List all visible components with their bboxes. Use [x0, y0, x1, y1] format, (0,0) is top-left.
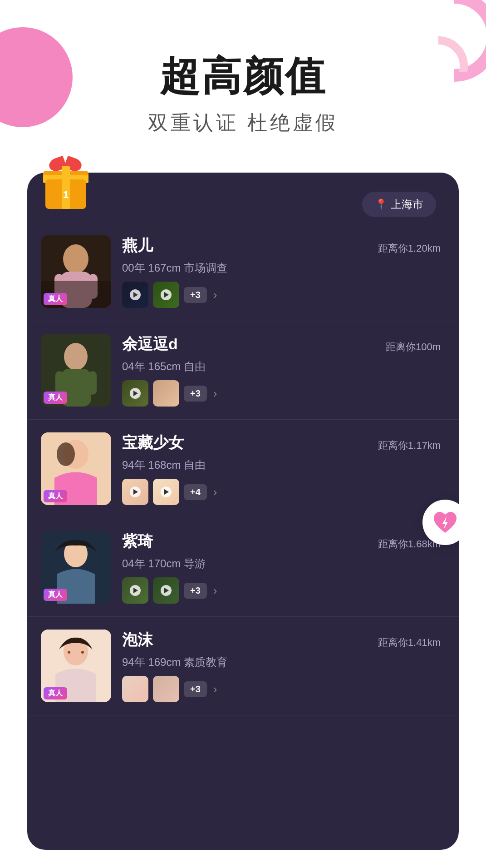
svg-point-13	[57, 442, 75, 466]
user-info: 燕儿 00年 167cm 市场调查 +3 ›	[122, 235, 367, 308]
avatar-wrap: 真人	[41, 334, 111, 407]
photo-thumb[interactable]	[122, 676, 148, 702]
gift-number: 1	[63, 189, 69, 201]
distance-text: 距离你1.41km	[378, 630, 441, 650]
user-info: 余逗逗d 04年 165cm 自由 +3 ›	[122, 334, 371, 407]
user-info: 泡沫 94年 169cm 素质教育 +3 ›	[122, 630, 367, 702]
arrow-right-icon: ›	[213, 288, 217, 302]
gift-icon[interactable]: 1	[41, 164, 91, 209]
user-photos: +3 ›	[122, 676, 367, 702]
svg-point-1	[63, 244, 88, 273]
user-info: 宝藏少女 94年 168cm 自由 +4 ›	[122, 432, 367, 505]
user-photos: +3 ›	[122, 282, 367, 308]
photo-thumb[interactable]	[153, 380, 179, 407]
arrow-right-icon: ›	[213, 387, 217, 401]
user-item[interactable]: 真人 燕儿 00年 167cm 市场调查 +3 › 距离你1.20km	[27, 223, 459, 321]
user-item[interactable]: 真人 泡沫 94年 169cm 素质教育 +3 › 距离你1.41km	[27, 617, 459, 715]
distance-text: 距离你1.17km	[378, 432, 441, 452]
user-meta: 00年 167cm 市场调查	[122, 261, 367, 275]
real-badge: 真人	[44, 293, 67, 305]
location-pin-icon: 📍	[375, 198, 387, 210]
user-meta: 94年 168cm 自由	[122, 458, 367, 472]
real-badge: 真人	[44, 490, 67, 502]
photo-thumb[interactable]	[153, 577, 179, 604]
svg-point-19	[81, 651, 84, 654]
real-badge: 真人	[44, 589, 67, 601]
arrow-right-icon: ›	[213, 485, 217, 499]
user-meta: 04年 165cm 自由	[122, 359, 371, 374]
user-name: 紫琦	[122, 531, 367, 552]
header-section: 超高颜值 双重认证 杜绝虚假	[0, 55, 486, 136]
location-badge[interactable]: 📍 上海市	[362, 192, 436, 217]
user-photos: +4 ›	[122, 479, 367, 505]
distance-text: 距离你100m	[382, 334, 441, 354]
svg-point-18	[68, 651, 70, 654]
user-info: 紫琦 04年 170cm 导游 +3 ›	[122, 531, 367, 604]
user-name: 燕儿	[122, 235, 367, 256]
more-count-badge[interactable]: +3	[184, 681, 207, 697]
user-photos: +3 ›	[122, 577, 367, 604]
real-badge: 真人	[44, 392, 67, 404]
more-count-badge[interactable]: +3	[184, 583, 207, 599]
main-title: 超高颜值	[0, 55, 486, 99]
svg-point-7	[64, 343, 88, 370]
arrow-right-icon: ›	[213, 682, 217, 696]
distance-text: 距离你1.20km	[378, 235, 441, 255]
user-name: 宝藏少女	[122, 432, 367, 453]
photo-thumb[interactable]	[153, 479, 179, 505]
more-count-badge[interactable]: +3	[184, 287, 207, 303]
more-count-badge[interactable]: +4	[184, 484, 207, 500]
user-item[interactable]: 真人 余逗逗d 04年 165cm 自由 +3 › 距离你100m	[27, 321, 459, 420]
sub-title: 双重认证 杜绝虚假	[0, 109, 486, 136]
user-name: 余逗逗d	[122, 334, 371, 355]
user-item[interactable]: 真人 紫琦 04年 170cm 导游 +3 › 距离你1.68km	[27, 518, 459, 617]
app-card: 📍 上海市 真人 燕儿	[27, 173, 459, 850]
photo-thumb[interactable]	[122, 380, 148, 407]
real-badge: 真人	[44, 687, 67, 699]
avatar-wrap: 真人	[41, 235, 111, 308]
photo-thumb[interactable]	[122, 479, 148, 505]
user-item[interactable]: 真人 宝藏少女 94年 168cm 自由 +4 › 距离你1.17km	[27, 420, 459, 518]
photo-thumb[interactable]	[122, 577, 148, 604]
more-count-badge[interactable]: +3	[184, 386, 207, 402]
user-meta: 04年 170cm 导游	[122, 556, 367, 571]
user-name: 泡沫	[122, 630, 367, 650]
avatar-wrap: 真人	[41, 531, 111, 604]
user-list: 真人 燕儿 00年 167cm 市场调查 +3 › 距离你1.20km	[27, 223, 459, 850]
photo-thumb[interactable]	[153, 676, 179, 702]
location-text: 上海市	[391, 197, 423, 212]
avatar-wrap: 真人	[41, 630, 111, 702]
svg-rect-10	[88, 371, 97, 395]
photo-thumb[interactable]	[122, 282, 148, 308]
photo-thumb[interactable]	[153, 282, 179, 308]
user-meta: 94年 169cm 素质教育	[122, 655, 367, 670]
user-photos: +3 ›	[122, 380, 371, 407]
avatar-wrap: 真人	[41, 432, 111, 505]
arrow-right-icon: ›	[213, 584, 217, 598]
